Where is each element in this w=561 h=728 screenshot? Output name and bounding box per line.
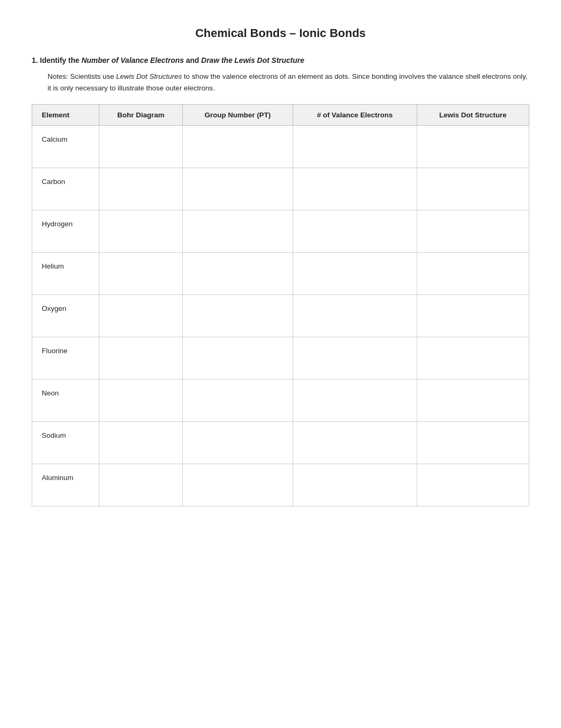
question-number: 1. — [32, 56, 38, 64]
elements-table: Element Bohr Diagram Group Number (PT) #… — [32, 104, 529, 506]
lewis-dot-cell[interactable] — [417, 210, 529, 253]
lewis-dot-cell[interactable] — [417, 168, 529, 210]
table-row: Aluminum — [32, 464, 529, 506]
valance-electrons-cell[interactable] — [293, 464, 417, 506]
col-header-bohr: Bohr Diagram — [99, 105, 183, 126]
valance-electrons-cell[interactable] — [293, 210, 417, 253]
question-mid: and — [184, 56, 201, 64]
notes-italic: Lewis Dot Structures — [116, 72, 182, 80]
valance-electrons-cell[interactable] — [293, 168, 417, 210]
group-number-cell[interactable] — [182, 295, 293, 337]
lewis-dot-cell[interactable] — [417, 295, 529, 337]
lewis-dot-cell[interactable] — [417, 422, 529, 464]
bohr-diagram-cell[interactable] — [99, 422, 183, 464]
question-prefix-text: Identify the — [40, 56, 82, 64]
page-title: Chemical Bonds – Ionic Bonds — [32, 26, 529, 40]
element-name-cell: Calcium — [32, 126, 99, 168]
element-name-cell: Hydrogen — [32, 210, 99, 253]
table-row: Oxygen — [32, 295, 529, 337]
group-number-cell[interactable] — [182, 126, 293, 168]
valance-electrons-cell[interactable] — [293, 295, 417, 337]
col-header-group: Group Number (PT) — [182, 105, 293, 126]
lewis-dot-cell[interactable] — [417, 337, 529, 380]
valance-electrons-cell[interactable] — [293, 126, 417, 168]
bohr-diagram-cell[interactable] — [99, 464, 183, 506]
table-row: Neon — [32, 380, 529, 422]
bohr-diagram-cell[interactable] — [99, 168, 183, 210]
bohr-diagram-cell[interactable] — [99, 295, 183, 337]
bohr-diagram-cell[interactable] — [99, 126, 183, 168]
question-bold1: Number of Valance Electrons — [81, 56, 184, 64]
element-name-cell: Carbon — [32, 168, 99, 210]
bohr-diagram-cell[interactable] — [99, 380, 183, 422]
group-number-cell[interactable] — [182, 210, 293, 253]
group-number-cell[interactable] — [182, 422, 293, 464]
element-name-cell: Neon — [32, 380, 99, 422]
lewis-dot-cell[interactable] — [417, 464, 529, 506]
group-number-cell[interactable] — [182, 464, 293, 506]
col-header-lewis: Lewis Dot Structure — [417, 105, 529, 126]
lewis-dot-cell[interactable] — [417, 126, 529, 168]
col-header-element: Element — [32, 105, 99, 126]
question-bold2: Draw the Lewis Dot Structure — [201, 56, 304, 64]
col-header-valance: # of Valance Electrons — [293, 105, 417, 126]
group-number-cell[interactable] — [182, 337, 293, 380]
valance-electrons-cell[interactable] — [293, 253, 417, 295]
notes-prefix: Notes: Scientists use — [48, 72, 116, 80]
table-row: Fluorine — [32, 337, 529, 380]
table-header-row: Element Bohr Diagram Group Number (PT) #… — [32, 105, 529, 126]
group-number-cell[interactable] — [182, 380, 293, 422]
bohr-diagram-cell[interactable] — [99, 210, 183, 253]
table-row: Calcium — [32, 126, 529, 168]
element-name-cell: Sodium — [32, 422, 99, 464]
table-row: Helium — [32, 253, 529, 295]
bohr-diagram-cell[interactable] — [99, 253, 183, 295]
element-name-cell: Oxygen — [32, 295, 99, 337]
valance-electrons-cell[interactable] — [293, 380, 417, 422]
bohr-diagram-cell[interactable] — [99, 337, 183, 380]
table-row: Sodium — [32, 422, 529, 464]
table-row: Hydrogen — [32, 210, 529, 253]
lewis-dot-cell[interactable] — [417, 380, 529, 422]
group-number-cell[interactable] — [182, 168, 293, 210]
question-block: 1. Identify the Number of Valance Electr… — [32, 56, 529, 506]
lewis-dot-cell[interactable] — [417, 253, 529, 295]
table-row: Carbon — [32, 168, 529, 210]
element-name-cell: Helium — [32, 253, 99, 295]
element-name-cell: Aluminum — [32, 464, 99, 506]
notes-block: Notes: Scientists use Lewis Dot Structur… — [48, 71, 529, 94]
element-name-cell: Fluorine — [32, 337, 99, 380]
group-number-cell[interactable] — [182, 253, 293, 295]
valance-electrons-cell[interactable] — [293, 422, 417, 464]
valance-electrons-cell[interactable] — [293, 337, 417, 380]
question-label: 1. Identify the Number of Valance Electr… — [32, 56, 529, 64]
